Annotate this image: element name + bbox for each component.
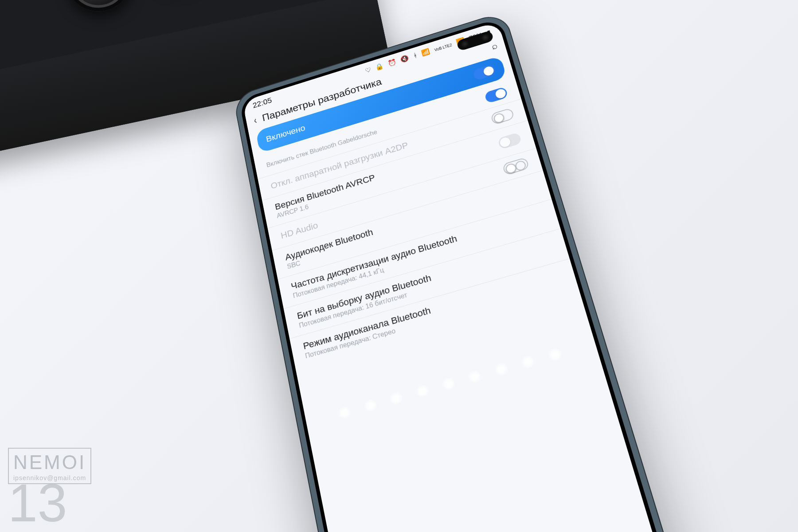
toggle-switch[interactable]	[473, 64, 497, 81]
watermark-brand: NEMOI	[8, 448, 91, 473]
alarm-icon: ⏰	[387, 58, 397, 67]
amp-brand-label: AIYIMA® D01 RCA USB/BT OPT/COA Signal	[0, 88, 64, 124]
phone-screen: 22:05 ♡ 🔒 ⏰ 🔇 ᚼ 📶 VoB LTE2 📶 78% ▮	[243, 21, 665, 532]
back-button[interactable]: ‹	[253, 114, 258, 126]
amp-usb-port	[0, 131, 8, 151]
photographer-watermark: NEMOI ipsennikov@gmail.com 13	[8, 448, 91, 524]
watermark-number: 13	[8, 481, 91, 524]
smartphone: 22:05 ♡ 🔒 ⏰ 🔇 ᚼ 📶 VoB LTE2 📶 78% ▮	[233, 11, 683, 532]
amp-knob	[59, 0, 138, 18]
search-icon[interactable]: ⌕	[490, 40, 499, 52]
toggle-switch[interactable]	[497, 132, 522, 150]
lock-icon: 🔒	[375, 62, 384, 71]
master-toggle-label: Включено	[265, 123, 306, 145]
bluetooth-icon: ᚼ	[412, 52, 418, 59]
wifi-icon: 📶	[421, 48, 430, 57]
toggle-switch[interactable]	[490, 108, 515, 125]
mute-icon: 🔇	[400, 55, 410, 63]
toggle-switch[interactable]	[484, 86, 509, 104]
toggle-switch[interactable]	[502, 157, 529, 176]
heart-icon: ♡	[364, 66, 372, 74]
